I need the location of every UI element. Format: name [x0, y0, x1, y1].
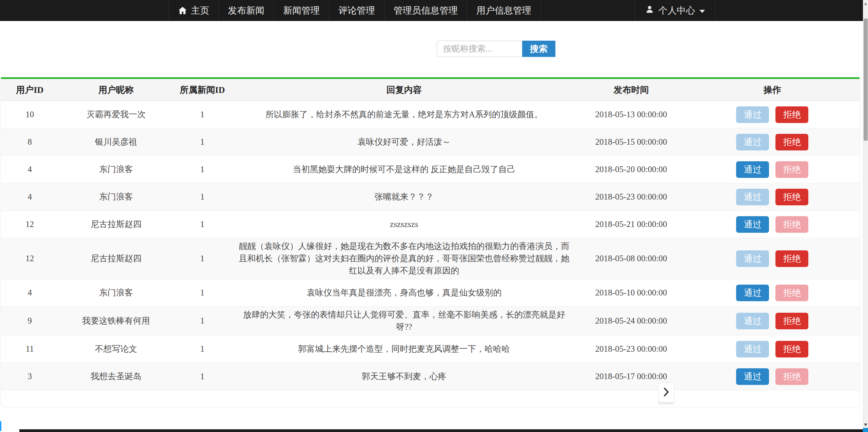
cell-nickname: 东门浪客: [59, 156, 174, 183]
cell-nickname: 尼古拉斯赵四: [59, 238, 174, 279]
comments-table: 用户ID 用户昵称 所属新闻ID 回复内容 发布时间 操作 10灭霸再爱我一次1…: [1, 79, 860, 390]
nav-item-label: 新闻管理: [283, 4, 320, 17]
chevron-right-icon: [663, 387, 669, 398]
approve-button[interactable]: 通过: [736, 134, 769, 150]
scrollbar-down-arrow-icon[interactable]: [864, 424, 867, 426]
user-menu-label: 个人中心: [658, 4, 695, 17]
cell-time: 2018-05-20 00:00:00: [577, 156, 685, 183]
cell-news-id: 1: [174, 335, 231, 363]
cell-news-id: 1: [174, 238, 231, 279]
nav-item-news-management[interactable]: 新闻管理: [274, 0, 329, 21]
cell-user-id: 3: [1, 363, 59, 390]
cell-news-id: 1: [174, 128, 231, 156]
cell-nickname: 东门浪客: [59, 279, 174, 307]
cell-nickname: 尼古拉斯赵四: [59, 211, 174, 238]
cell-user-id: 4: [1, 279, 59, 307]
cell-content: 所以膨胀了，给封杀不然真的前途无量，绝对是东方对A系列的顶级颜值。: [231, 101, 577, 128]
approve-button[interactable]: 通过: [736, 250, 769, 267]
vertical-scrollbar[interactable]: [863, 0, 868, 432]
reject-button[interactable]: 拒绝: [775, 216, 808, 233]
approve-button[interactable]: 通过: [736, 313, 769, 329]
cell-user-id: 12: [1, 211, 59, 238]
reject-button[interactable]: 拒绝: [775, 368, 808, 385]
cell-user-id: 4: [1, 156, 59, 183]
cell-content: 袁咏仪当年真是很漂亮，身高也够，真是仙女级别的: [231, 279, 577, 307]
bottom-dark-bar: [19, 429, 863, 432]
approve-button[interactable]: 通过: [736, 341, 769, 357]
nav-item-comment-management[interactable]: 评论管理: [329, 0, 384, 21]
nav-item-label: 用户信息管理: [476, 4, 531, 17]
cell-content: 郭天王够不到麦，心疼: [231, 363, 577, 390]
comments-table-body: 10灭霸再爱我一次1所以膨胀了，给封杀不然真的前途无量，绝对是东方对A系列的顶级…: [1, 101, 860, 390]
cell-time: 2018-05-13 00:00:00: [577, 101, 685, 128]
cell-news-id: 1: [174, 101, 231, 128]
table-row: 4东门浪客1当初黑她耍大牌的时候可不是这样的 反正她是自己毁了自己2018-05…: [1, 156, 860, 183]
approve-button[interactable]: 通过: [736, 216, 769, 233]
caret-down-icon: [699, 10, 705, 13]
nav-menu: 主页 发布新闻 新闻管理 评论管理 管理员信息管理 用户信息管理: [169, 0, 541, 21]
cell-actions: 通过拒绝: [685, 183, 860, 211]
home-icon: [178, 6, 187, 15]
user-icon: [645, 5, 654, 16]
reject-button[interactable]: 拒绝: [775, 106, 808, 123]
scrollbar-corner-accent: [863, 428, 868, 432]
nav-item-label: 主页: [191, 4, 209, 17]
approve-button[interactable]: 通过: [736, 161, 769, 178]
cell-time: 2018-05-21 00:00:00: [577, 211, 685, 238]
reject-button[interactable]: 拒绝: [775, 313, 808, 329]
scrollbar-thumb[interactable]: [864, 19, 868, 141]
table-row: 12尼古拉斯赵四1zszszszs2018-05-21 00:00:00通过拒绝: [1, 211, 860, 238]
cell-user-id: 12: [1, 238, 59, 279]
reject-button[interactable]: 拒绝: [775, 189, 808, 205]
table-row: 4东门浪客1张嘴就来？？？2018-05-23 00:00:00通过拒绝: [1, 183, 860, 211]
header-nickname: 用户昵称: [59, 79, 174, 101]
cell-nickname: 我想去圣诞岛: [59, 363, 174, 390]
table-row: 8银川吴彦祖1袁咏仪好可爱，好活泼～2018-05-15 00:00:00通过拒…: [1, 128, 860, 156]
cell-time: 2018-05-08 00:00:00: [577, 238, 685, 279]
cell-user-id: 8: [1, 128, 59, 156]
search-button[interactable]: 搜索: [522, 41, 555, 57]
nav-item-admin-info-management[interactable]: 管理员信息管理: [384, 0, 467, 21]
approve-button[interactable]: 通过: [736, 368, 769, 385]
table-row: 12尼古拉斯赵四1靓靓（袁咏仪）人缘很好，她是现在为数不多在内地这边拍戏拍的很勤…: [1, 238, 860, 279]
cell-news-id: 1: [174, 183, 231, 211]
pagination-next-button[interactable]: [658, 383, 674, 403]
user-center-dropdown[interactable]: 个人中心: [635, 0, 715, 21]
cell-nickname: 银川吴彦祖: [59, 128, 174, 156]
cell-actions: 通过拒绝: [685, 211, 860, 238]
nav-item-home[interactable]: 主页: [169, 0, 219, 21]
reject-button[interactable]: 拒绝: [775, 161, 808, 178]
reject-button[interactable]: 拒绝: [775, 285, 808, 301]
nav-item-publish-news[interactable]: 发布新闻: [219, 0, 274, 21]
approve-button[interactable]: 通过: [736, 189, 769, 205]
table-row: 11不想写论文1郭富城上来先摆个造型，同时把麦克风调整一下，哈哈哈2018-05…: [1, 335, 860, 363]
scrollbar-up-arrow-icon[interactable]: [864, 2, 867, 5]
reject-button[interactable]: 拒绝: [775, 250, 808, 267]
cell-time: 2018-05-24 00:00:00: [577, 307, 685, 335]
cell-actions: 通过拒绝: [685, 307, 860, 335]
cell-nickname: 灭霸再爱我一次: [59, 101, 174, 128]
search-input[interactable]: [437, 41, 522, 57]
cell-content: zszszszs: [231, 211, 577, 238]
nav-item-user-info-management[interactable]: 用户信息管理: [467, 0, 541, 21]
table-header-row: 用户ID 用户昵称 所属新闻ID 回复内容 发布时间 操作: [1, 79, 860, 101]
cell-content: 当初黑她耍大牌的时候可不是这样的 反正她是自己毁了自己: [231, 156, 577, 183]
approve-button[interactable]: 通过: [736, 106, 769, 123]
cell-time: 2018-05-10 00:00:00: [577, 279, 685, 307]
cell-user-id: 11: [1, 335, 59, 363]
reject-button[interactable]: 拒绝: [775, 341, 808, 357]
cell-actions: 通过拒绝: [685, 156, 860, 183]
cell-nickname: 东门浪客: [59, 183, 174, 211]
cell-news-id: 1: [174, 279, 231, 307]
cell-actions: 通过拒绝: [685, 101, 860, 128]
cell-actions: 通过拒绝: [685, 279, 860, 307]
cell-time: 2018-05-15 00:00:00: [577, 128, 685, 156]
nav-item-label: 发布新闻: [228, 4, 264, 17]
reject-button[interactable]: 拒绝: [775, 134, 808, 150]
approve-button[interactable]: 通过: [736, 285, 769, 301]
cell-nickname: 不想写论文: [59, 335, 174, 363]
header-content: 回复内容: [231, 79, 577, 101]
cell-time: 2018-05-23 00:00:00: [577, 335, 685, 363]
cell-nickname: 我要这铁棒有何用: [59, 307, 174, 335]
cell-content: 袁咏仪好可爱，好活泼～: [231, 128, 577, 156]
